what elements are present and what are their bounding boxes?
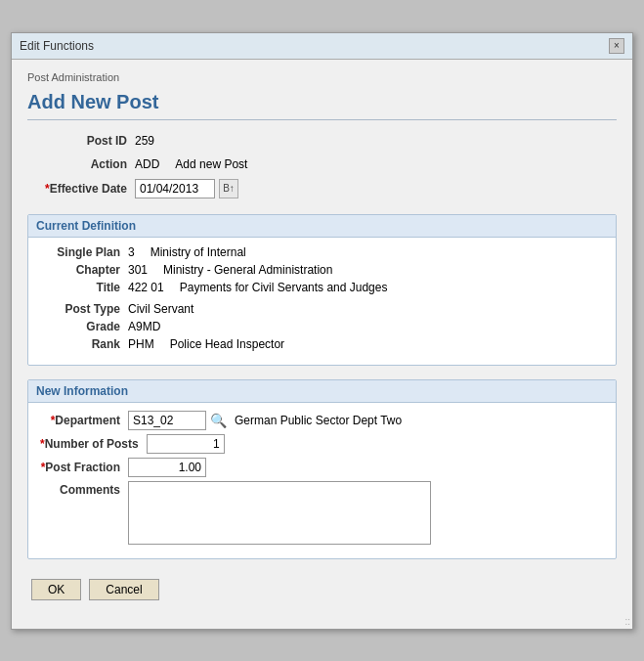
ok-button[interactable]: OK	[31, 579, 81, 600]
dialog-titlebar: Edit Functions ×	[12, 33, 632, 60]
department-description: German Public Sector Dept Two	[235, 414, 402, 427]
chapter-desc: Ministry - General Administration	[163, 263, 332, 277]
effective-date-row: Effective Date B↑	[27, 179, 617, 198]
post-fraction-input[interactable]	[128, 458, 206, 477]
current-definition-body: Single Plan 3 Ministry of Internal Chapt…	[28, 238, 616, 365]
page-title: Add New Post	[27, 91, 617, 120]
rank-value: PHM	[128, 337, 154, 351]
single-plan-value: 3	[128, 245, 135, 259]
calendar-button[interactable]: B↑	[219, 179, 238, 198]
post-id-label: Post ID	[27, 134, 135, 148]
grade-value: A9MD	[128, 320, 160, 333]
comments-row: Comments	[40, 481, 604, 545]
button-row: OK Cancel	[27, 579, 617, 600]
title-label: Title	[40, 281, 128, 294]
breadcrumb: Post Administration	[27, 71, 617, 83]
new-information-section: New Information Department 🔍 German Publ…	[27, 379, 617, 559]
num-posts-row: Number of Posts	[40, 434, 604, 454]
close-button[interactable]: ×	[609, 38, 624, 54]
new-information-header: New Information	[28, 380, 616, 403]
dialog-body: Post Administration Add New Post Post ID…	[12, 60, 632, 614]
single-plan-label: Single Plan	[40, 245, 128, 259]
department-row: Department 🔍 German Public Sector Dept T…	[40, 411, 604, 430]
resize-handle[interactable]: ::	[624, 616, 630, 627]
post-type-value: Civil Servant	[128, 302, 193, 316]
effective-date-input[interactable]	[135, 179, 215, 198]
new-information-body: Department 🔍 German Public Sector Dept T…	[28, 403, 616, 558]
comments-textarea[interactable]	[128, 481, 431, 545]
action-description: Add new Post	[175, 157, 247, 171]
chapter-value: 301	[128, 263, 148, 277]
num-posts-input[interactable]	[147, 434, 225, 454]
department-input[interactable]	[128, 411, 206, 430]
single-plan-desc: Ministry of Internal	[150, 245, 246, 259]
rank-label: Rank	[40, 337, 128, 351]
action-row: Action ADD Add new Post	[27, 157, 617, 171]
rank-desc: Police Head Inspector	[170, 337, 284, 351]
post-id-row: Post ID 259	[27, 134, 617, 148]
effective-date-label: Effective Date	[27, 182, 135, 196]
action-value: ADD	[135, 157, 159, 171]
current-definition-header: Current Definition	[28, 215, 616, 238]
grade-label: Grade	[40, 320, 128, 333]
num-posts-label: Number of Posts	[40, 437, 147, 451]
title-value: 422 01	[128, 281, 164, 294]
chapter-label: Chapter	[40, 263, 128, 277]
title-desc: Payments for Civil Servants and Judges	[180, 281, 388, 294]
department-label: Department	[40, 414, 128, 427]
single-plan-row: Single Plan 3 Ministry of Internal	[40, 245, 604, 259]
post-type-row: Post Type Civil Servant	[40, 302, 604, 316]
grade-row: Grade A9MD	[40, 320, 604, 333]
post-fraction-row: Post Fraction	[40, 458, 604, 477]
edit-functions-dialog: Edit Functions × Post Administration Add…	[11, 32, 633, 630]
post-fraction-label: Post Fraction	[40, 461, 128, 474]
cancel-button[interactable]: Cancel	[89, 579, 158, 600]
post-type-label: Post Type	[40, 302, 128, 316]
post-id-value: 259	[135, 134, 154, 148]
chapter-row: Chapter 301 Ministry - General Administr…	[40, 263, 604, 277]
title-row: Title 422 01 Payments for Civil Servants…	[40, 281, 604, 294]
dialog-title: Edit Functions	[20, 39, 94, 53]
rank-row: Rank PHM Police Head Inspector	[40, 337, 604, 351]
department-lookup-icon[interactable]: 🔍	[210, 413, 227, 428]
action-label: Action	[27, 157, 135, 171]
comments-label: Comments	[40, 481, 128, 497]
current-definition-section: Current Definition Single Plan 3 Ministr…	[27, 214, 617, 366]
